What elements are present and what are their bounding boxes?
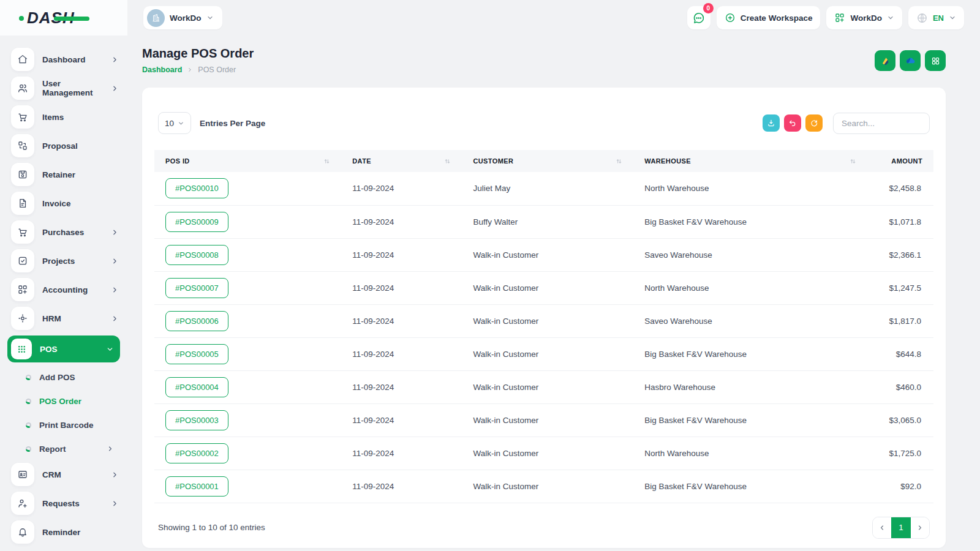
entries-per-page-select[interactable]: 10 (158, 112, 191, 134)
table-row: #POS00009 11-09-2024 Buffy Walter Big Ba… (154, 205, 933, 238)
breadcrumb-dashboard-link[interactable]: Dashboard (142, 66, 182, 74)
order-warehouse: Big Basket F&V Warehouse (633, 403, 867, 437)
logo-bar (54, 17, 89, 21)
sidebar-item-accounting[interactable]: Accounting (11, 278, 119, 301)
table-row: #POS00003 11-09-2024 Walk-in Customer Bi… (154, 403, 933, 437)
pos-id-badge[interactable]: #POS00009 (165, 212, 228, 232)
topbar-right: 0 Create Workspace WorkDo EN (687, 6, 980, 29)
sort-icon (323, 158, 330, 165)
order-date: 11-09-2024 (341, 172, 462, 205)
logo-area: DASH (0, 0, 127, 36)
google-drive-icon (880, 56, 891, 66)
card-footer: Showing 1 to 10 of 10 entries 1 (154, 503, 933, 539)
topbar: DASH WorkDo 0 Create Workspace WorkDo (0, 0, 980, 36)
chevron-right-icon (111, 228, 119, 236)
previous-page-button[interactable] (873, 517, 891, 538)
column-header-warehouse[interactable]: WAREHOUSE (633, 150, 867, 172)
sidebar-subitem-print-barcode[interactable]: Print Barcode (26, 415, 114, 435)
swap-boxes-icon (11, 134, 34, 157)
onedrive-button[interactable] (900, 50, 921, 71)
sidebar-subitem-pos-order[interactable]: POS Order (26, 391, 114, 411)
pos-id-badge[interactable]: #POS00003 (165, 410, 228, 430)
header-actions (875, 50, 946, 71)
sidebar-item-user-management[interactable]: User Management (11, 77, 119, 100)
table-row: #POS00002 11-09-2024 Walk-in Customer No… (154, 437, 933, 470)
search-input[interactable] (833, 113, 930, 134)
chevron-right-icon (111, 257, 119, 265)
sidebar-item-requests[interactable]: Requests (11, 492, 119, 515)
chevron-right-icon (107, 445, 114, 452)
target-icon (11, 307, 34, 330)
pos-id-badge[interactable]: #POS00007 (165, 278, 228, 298)
pos-id-badge[interactable]: #POS00001 (165, 476, 228, 497)
sidebar-item-proposal[interactable]: Proposal (11, 134, 119, 157)
google-drive-button[interactable] (875, 50, 895, 71)
sidebar-subitem-report[interactable]: Report (26, 439, 114, 459)
plus-circle-icon (725, 12, 736, 23)
workspace-name: WorkDo (170, 13, 202, 23)
check-square-icon (11, 249, 34, 272)
column-header-date[interactable]: DATE (341, 150, 462, 172)
undo-button[interactable] (784, 114, 801, 132)
sidebar-item-crm[interactable]: CRM (11, 463, 119, 486)
sidebar-item-projects[interactable]: Projects (11, 249, 119, 272)
chevron-right-icon (187, 67, 193, 73)
logo-dot (19, 16, 24, 21)
pos-id-badge[interactable]: #POS00010 (165, 178, 228, 198)
order-amount: $460.0 (867, 370, 933, 403)
table-header-row: POS ID DATE CUSTOMER WAREHOUSE AMOUNT (154, 150, 933, 172)
sidebar-item-dashboard[interactable]: Dashboard (11, 48, 119, 71)
company-menu[interactable]: WorkDo (826, 6, 902, 29)
bell-icon (11, 520, 34, 544)
chevron-down-icon (206, 14, 214, 21)
order-date: 11-09-2024 (341, 437, 462, 470)
sidebar-item-invoice[interactable]: Invoice (11, 192, 119, 215)
sidebar: Dashboard User Management Items Proposal… (0, 36, 127, 551)
refresh-icon (810, 119, 818, 127)
chevron-right-icon (111, 315, 119, 323)
page-number-button[interactable]: 1 (891, 517, 911, 538)
pos-id-badge[interactable]: #POS00005 (165, 344, 228, 364)
pos-id-badge[interactable]: #POS00006 (165, 311, 228, 331)
chevron-right-icon (111, 286, 119, 294)
next-page-button[interactable] (911, 517, 929, 538)
column-header-customer[interactable]: CUSTOMER (462, 150, 633, 172)
id-card-icon (11, 463, 34, 486)
page-title: Manage POS Order (142, 47, 254, 61)
sidebar-item-hrm[interactable]: HRM (11, 307, 119, 330)
column-header-amount[interactable]: AMOUNT (867, 150, 933, 172)
sidebar-subitem-add-pos[interactable]: Add POS (26, 367, 114, 387)
pos-id-badge[interactable]: #POS00002 (165, 443, 228, 463)
orders-card: 10 Entries Per Page (142, 88, 946, 548)
order-customer: Walk-in Customer (462, 470, 633, 503)
order-customer: Buffy Walter (462, 205, 633, 238)
sidebar-item-reminder[interactable]: Reminder (11, 520, 119, 544)
create-workspace-button[interactable]: Create Workspace (717, 6, 821, 29)
refresh-button[interactable] (805, 114, 823, 132)
sidebar-item-retainer[interactable]: Retainer (11, 163, 119, 186)
order-customer: Walk-in Customer (462, 238, 633, 271)
order-warehouse: North Warehouse (633, 437, 867, 470)
language-selector[interactable]: EN (908, 6, 964, 29)
sidebar-item-items[interactable]: Items (11, 105, 119, 129)
sidebar-item-pos[interactable]: POS (7, 335, 120, 362)
messages-button[interactable]: 0 (687, 6, 710, 29)
pos-id-badge[interactable]: #POS00004 (165, 377, 228, 397)
order-amount: $2,458.8 (867, 172, 933, 205)
column-header-pos-id[interactable]: POS ID (154, 150, 341, 172)
users-icon (11, 77, 34, 100)
order-warehouse: Saveo Warehouse (633, 238, 867, 271)
apps-grid-button[interactable] (925, 50, 946, 71)
table-actions (763, 113, 930, 134)
export-button[interactable] (763, 114, 780, 132)
sidebar-item-purchases[interactable]: Purchases (11, 220, 119, 244)
app-logo[interactable]: DASH (27, 9, 75, 28)
undo-icon (788, 119, 797, 127)
order-amount: $1,725.0 (867, 437, 933, 470)
pos-id-badge[interactable]: #POS00008 (165, 245, 228, 265)
workspace-switcher[interactable]: WorkDo (143, 6, 222, 29)
order-amount: $644.8 (867, 337, 933, 370)
order-amount: $3,065.0 (867, 403, 933, 437)
orders-table-body: #POS00010 11-09-2024 Juliet May North Wa… (154, 172, 933, 503)
order-date: 11-09-2024 (341, 370, 462, 403)
